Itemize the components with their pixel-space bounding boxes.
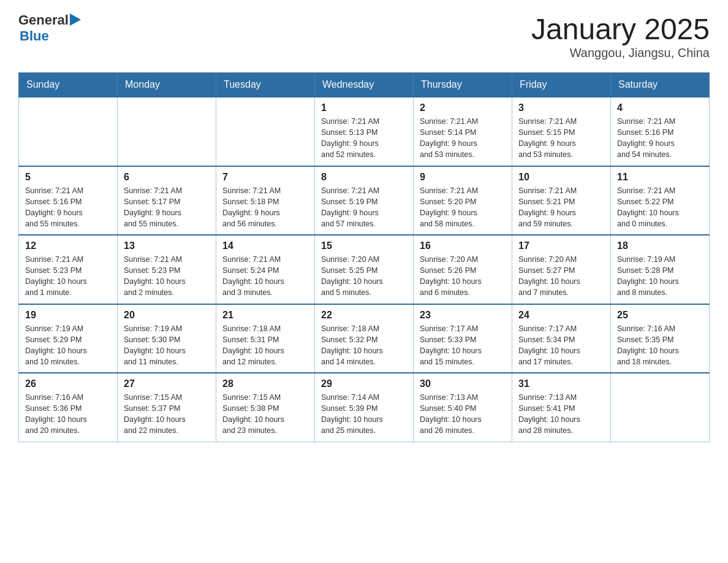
calendar-day-9: 9Sunrise: 7:21 AMSunset: 5:20 PMDaylight… [414,166,512,236]
calendar-day-12: 12Sunrise: 7:21 AMSunset: 5:23 PMDayligh… [19,235,118,304]
day-number: 1 [321,102,407,113]
day-number: 25 [617,310,703,321]
calendar-day-31: 31Sunrise: 7:13 AMSunset: 5:41 PMDayligh… [512,373,611,442]
day-info: Sunrise: 7:15 AMSunset: 5:38 PMDaylight:… [222,392,308,437]
day-info: Sunrise: 7:19 AMSunset: 5:30 PMDaylight:… [124,323,210,368]
day-info: Sunrise: 7:18 AMSunset: 5:32 PMDaylight:… [321,323,407,368]
calendar-header-tuesday: Tuesday [216,73,315,98]
day-number: 19 [25,310,111,321]
day-number: 15 [321,240,407,251]
day-info: Sunrise: 7:21 AMSunset: 5:23 PMDaylight:… [124,254,210,299]
calendar-day-19: 19Sunrise: 7:19 AMSunset: 5:29 PMDayligh… [19,304,118,373]
calendar-day-7: 7Sunrise: 7:21 AMSunset: 5:18 PMDaylight… [216,166,315,236]
calendar-day-16: 16Sunrise: 7:20 AMSunset: 5:26 PMDayligh… [414,235,512,304]
calendar-day-27: 27Sunrise: 7:15 AMSunset: 5:37 PMDayligh… [118,373,216,442]
day-info: Sunrise: 7:21 AMSunset: 5:16 PMDaylight:… [617,116,703,161]
calendar-header-friday: Friday [512,73,611,98]
day-info: Sunrise: 7:21 AMSunset: 5:14 PMDaylight:… [420,116,506,161]
day-info: Sunrise: 7:15 AMSunset: 5:37 PMDaylight:… [124,392,210,437]
day-info: Sunrise: 7:21 AMSunset: 5:20 PMDaylight:… [420,185,506,230]
day-number: 31 [518,378,604,389]
day-number: 29 [321,378,407,389]
calendar-day-28: 28Sunrise: 7:15 AMSunset: 5:38 PMDayligh… [216,373,315,442]
logo: General Blue [18,12,81,44]
logo-triangle-icon [70,13,81,26]
day-number: 10 [518,172,604,183]
day-number: 20 [124,310,210,321]
calendar-header-wednesday: Wednesday [315,73,414,98]
day-info: Sunrise: 7:13 AMSunset: 5:41 PMDaylight:… [518,392,604,437]
day-info: Sunrise: 7:21 AMSunset: 5:18 PMDaylight:… [222,185,308,230]
day-info: Sunrise: 7:18 AMSunset: 5:31 PMDaylight:… [222,323,308,368]
calendar-day-22: 22Sunrise: 7:18 AMSunset: 5:32 PMDayligh… [315,304,414,373]
page-subtitle: Wanggou, Jiangsu, China [531,46,710,60]
calendar-day-23: 23Sunrise: 7:17 AMSunset: 5:33 PMDayligh… [414,304,512,373]
day-number: 16 [420,240,506,251]
title-block: January 2025 Wanggou, Jiangsu, China [531,12,710,60]
day-number: 4 [617,102,703,113]
calendar-day-6: 6Sunrise: 7:21 AMSunset: 5:17 PMDaylight… [118,166,216,236]
day-info: Sunrise: 7:16 AMSunset: 5:35 PMDaylight:… [617,323,703,368]
day-number: 12 [25,240,111,251]
calendar-day-21: 21Sunrise: 7:18 AMSunset: 5:31 PMDayligh… [216,304,315,373]
day-info: Sunrise: 7:21 AMSunset: 5:19 PMDaylight:… [321,185,407,230]
day-info: Sunrise: 7:21 AMSunset: 5:21 PMDaylight:… [518,185,604,230]
day-number: 14 [222,240,308,251]
day-number: 24 [518,310,604,321]
calendar-empty-cell [611,373,710,442]
day-info: Sunrise: 7:17 AMSunset: 5:33 PMDaylight:… [420,323,506,368]
calendar-day-8: 8Sunrise: 7:21 AMSunset: 5:19 PMDaylight… [315,166,414,236]
day-info: Sunrise: 7:21 AMSunset: 5:22 PMDaylight:… [617,185,703,230]
calendar-empty-cell [19,97,118,166]
day-info: Sunrise: 7:21 AMSunset: 5:17 PMDaylight:… [124,185,210,230]
day-info: Sunrise: 7:19 AMSunset: 5:28 PMDaylight:… [617,254,703,299]
day-number: 7 [222,172,308,183]
calendar-header-saturday: Saturday [611,73,710,98]
day-number: 22 [321,310,407,321]
day-number: 3 [518,102,604,113]
day-number: 28 [222,378,308,389]
calendar-day-30: 30Sunrise: 7:13 AMSunset: 5:40 PMDayligh… [414,373,512,442]
day-info: Sunrise: 7:16 AMSunset: 5:36 PMDaylight:… [25,392,111,437]
logo-blue: Blue [20,28,81,44]
day-number: 21 [222,310,308,321]
calendar-day-10: 10Sunrise: 7:21 AMSunset: 5:21 PMDayligh… [512,166,611,236]
day-info: Sunrise: 7:13 AMSunset: 5:40 PMDaylight:… [420,392,506,437]
day-number: 27 [124,378,210,389]
calendar-day-14: 14Sunrise: 7:21 AMSunset: 5:24 PMDayligh… [216,235,315,304]
day-info: Sunrise: 7:20 AMSunset: 5:27 PMDaylight:… [518,254,604,299]
calendar-week-row: 26Sunrise: 7:16 AMSunset: 5:36 PMDayligh… [19,373,710,442]
day-number: 6 [124,172,210,183]
day-info: Sunrise: 7:17 AMSunset: 5:34 PMDaylight:… [518,323,604,368]
calendar-day-13: 13Sunrise: 7:21 AMSunset: 5:23 PMDayligh… [118,235,216,304]
calendar-week-row: 1Sunrise: 7:21 AMSunset: 5:13 PMDaylight… [19,97,710,166]
calendar-day-4: 4Sunrise: 7:21 AMSunset: 5:16 PMDaylight… [611,97,710,166]
day-number: 17 [518,240,604,251]
calendar-empty-cell [118,97,216,166]
day-info: Sunrise: 7:21 AMSunset: 5:23 PMDaylight:… [25,254,111,299]
day-info: Sunrise: 7:21 AMSunset: 5:16 PMDaylight:… [25,185,111,230]
calendar-day-17: 17Sunrise: 7:20 AMSunset: 5:27 PMDayligh… [512,235,611,304]
logo-general: General [18,12,69,28]
calendar-week-row: 5Sunrise: 7:21 AMSunset: 5:16 PMDaylight… [19,166,710,236]
page-header: General Blue January 2025 Wanggou, Jiang… [18,12,710,60]
calendar-day-29: 29Sunrise: 7:14 AMSunset: 5:39 PMDayligh… [315,373,414,442]
calendar-day-18: 18Sunrise: 7:19 AMSunset: 5:28 PMDayligh… [611,235,710,304]
day-info: Sunrise: 7:19 AMSunset: 5:29 PMDaylight:… [25,323,111,368]
calendar-week-row: 12Sunrise: 7:21 AMSunset: 5:23 PMDayligh… [19,235,710,304]
svg-marker-0 [70,13,81,26]
calendar-day-20: 20Sunrise: 7:19 AMSunset: 5:30 PMDayligh… [118,304,216,373]
day-number: 30 [420,378,506,389]
day-number: 9 [420,172,506,183]
calendar-table: SundayMondayTuesdayWednesdayThursdayFrid… [18,72,710,442]
calendar-day-26: 26Sunrise: 7:16 AMSunset: 5:36 PMDayligh… [19,373,118,442]
page-title: January 2025 [531,12,710,46]
calendar-day-3: 3Sunrise: 7:21 AMSunset: 5:15 PMDaylight… [512,97,611,166]
day-number: 5 [25,172,111,183]
calendar-day-15: 15Sunrise: 7:20 AMSunset: 5:25 PMDayligh… [315,235,414,304]
day-info: Sunrise: 7:14 AMSunset: 5:39 PMDaylight:… [321,392,407,437]
day-number: 18 [617,240,703,251]
calendar-day-2: 2Sunrise: 7:21 AMSunset: 5:14 PMDaylight… [414,97,512,166]
day-number: 11 [617,172,703,183]
calendar-day-11: 11Sunrise: 7:21 AMSunset: 5:22 PMDayligh… [611,166,710,236]
